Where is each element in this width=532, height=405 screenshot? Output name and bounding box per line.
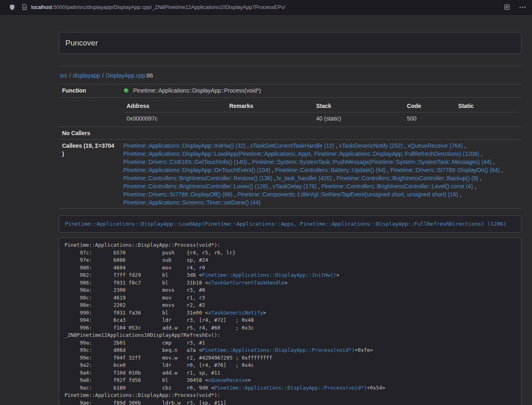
breadcrumb-line-number: :86 bbox=[145, 72, 153, 79]
no-callers-label: No Callers bbox=[59, 127, 120, 140]
stats-address-value: 0x0000097c bbox=[123, 112, 226, 125]
url-path: :5000/path/src/displayapp/DisplayApp.cpp… bbox=[52, 4, 285, 10]
stats-header-row: Address Remarks Stack Code Static bbox=[123, 100, 518, 112]
disassembly-pre: Pinetime::Applications::DisplayApp::Proc… bbox=[59, 237, 521, 405]
browser-chrome: localhost:5000/path/src/displayapp/Displ… bbox=[0, 0, 532, 15]
page-favicon-icon bbox=[22, 4, 27, 10]
callee-link[interactable]: Pinetime::Controllers::Battery::Update()… bbox=[275, 167, 386, 173]
callee-link[interactable]: xQueueReceive (764) bbox=[407, 142, 463, 149]
callee-link[interactable]: Pinetime::Controllers::BrightnessControl… bbox=[123, 183, 268, 190]
callee-link[interactable]: Pinetime::Applications::DisplayApp::Init… bbox=[123, 142, 246, 149]
callee-link[interactable]: vTaskDelay (176) bbox=[273, 183, 317, 190]
tracking-protection-shield-icon[interactable] bbox=[9, 4, 15, 11]
page-title: Puncover bbox=[65, 39, 98, 47]
stats-stack-value: 40 (static) bbox=[313, 112, 404, 125]
breadcrumb-link-displayapp[interactable]: displayapp bbox=[73, 72, 100, 79]
callees-row: Callees (19, Σ=3704 ) Pinetime::Applicat… bbox=[59, 140, 521, 209]
code-symbol-link[interactable]: xTaskGetCurrentTaskHandle bbox=[208, 280, 284, 286]
callee-link[interactable]: Pinetime::Applications::Screens::Timer::… bbox=[123, 199, 261, 206]
stats-cell: Address Remarks Stack Code Static 0x0000… bbox=[120, 98, 521, 127]
callee-link[interactable]: xTaskGenericNotify (252) bbox=[339, 142, 403, 149]
callees-label: Callees (19, Σ=3704 ) bbox=[59, 140, 120, 209]
stats-header-stack: Stack bbox=[313, 100, 404, 112]
callee-link[interactable]: xTaskGetCurrentTaskHandle (12) bbox=[250, 142, 334, 149]
stats-table: Address Remarks Stack Code Static 0x0000… bbox=[123, 100, 518, 125]
reader-view-icon[interactable] bbox=[504, 4, 510, 10]
page-actions-menu-icon[interactable]: ⋯ bbox=[519, 4, 526, 11]
code-symbol-link[interactable]: Pinetime::Applications::DisplayApp::Init… bbox=[202, 272, 336, 278]
stats-empty-label bbox=[59, 98, 120, 127]
callee-link[interactable]: lv_task_handler (420) bbox=[277, 175, 332, 181]
callee-link[interactable]: Pinetime::Controllers::BrightnessControl… bbox=[336, 175, 478, 181]
highlight-callee-link[interactable]: Pinetime::Applications::DisplayApp::Load… bbox=[65, 221, 506, 227]
no-callers-row: No Callers bbox=[59, 127, 521, 140]
stats-header-address: Address bbox=[123, 100, 226, 112]
stats-static-value bbox=[455, 112, 518, 125]
stats-row-wrapper: Address Remarks Stack Code Static 0x0000… bbox=[59, 98, 521, 127]
callee-link[interactable]: Pinetime::Controllers::BrightnessControl… bbox=[123, 175, 272, 181]
code-symbol-link[interactable]: Pinetime::Applications::DisplayApp::Proc… bbox=[202, 347, 355, 353]
function-symbol-icon bbox=[123, 87, 129, 95]
callee-link[interactable]: Pinetime::Applications::DisplayApp::OnTo… bbox=[123, 167, 270, 173]
url-domain: localhost bbox=[31, 4, 52, 10]
divider-line bbox=[59, 66, 521, 66]
breadcrumb-link-file[interactable]: DisplayApp.cpp bbox=[106, 72, 145, 79]
stats-header-code: Code bbox=[404, 100, 455, 112]
page-container: Puncover src/displayapp/DisplayApp.cpp:8… bbox=[59, 32, 521, 405]
stats-header-remarks: Remarks bbox=[226, 100, 313, 112]
breadcrumb: src/displayapp/DisplayApp.cpp:86 bbox=[60, 72, 521, 79]
function-label: Function bbox=[59, 84, 120, 98]
callee-link[interactable]: Pinetime::Controllers::BrightnessControl… bbox=[321, 183, 473, 190]
function-name: Pinetime::Applications::DisplayApp::Proc… bbox=[133, 87, 261, 94]
callee-link[interactable]: Pinetime::System::SystemTask::PushMessag… bbox=[252, 159, 492, 165]
callee-link[interactable]: Pinetime::Drivers::St7789::DisplayOff() … bbox=[123, 191, 233, 198]
callees-list: Pinetime::Applications::DisplayApp::Init… bbox=[120, 140, 521, 209]
callee-link[interactable]: Pinetime::Components::LittleVgl::SetNewT… bbox=[237, 191, 458, 198]
stats-header-static: Static bbox=[455, 100, 518, 112]
stats-remarks-value bbox=[226, 112, 313, 125]
callee-link[interactable]: Pinetime::Drivers::St7789::DisplayOn() (… bbox=[390, 167, 500, 173]
code-symbol-link[interactable]: Pinetime::Applications::DisplayApp::Proc… bbox=[214, 385, 367, 391]
function-table: Function Pinetime::Applications::Display… bbox=[59, 84, 521, 209]
stats-value-row: 0x0000097c 40 (static) 500 bbox=[123, 112, 518, 125]
breadcrumb-separator: / bbox=[100, 72, 106, 79]
callee-link[interactable]: Pinetime::Applications::DisplayApp::Load… bbox=[123, 151, 479, 157]
stats-code-value: 500 bbox=[404, 112, 455, 125]
breadcrumb-separator: / bbox=[67, 72, 73, 79]
function-row: Function Pinetime::Applications::Display… bbox=[59, 84, 521, 98]
url-bar[interactable]: localhost:5000/path/src/displayapp/Displ… bbox=[31, 4, 499, 10]
app-title-panel: Puncover bbox=[59, 32, 521, 54]
function-name-cell: Pinetime::Applications::DisplayApp::Proc… bbox=[120, 84, 521, 98]
code-symbol-link[interactable]: xQueueReceive bbox=[208, 377, 248, 383]
code-symbol-link[interactable]: xTaskGenericNotify bbox=[208, 310, 263, 316]
breadcrumb-link-src[interactable]: src bbox=[60, 72, 67, 79]
highlight-panel: Pinetime::Applications::DisplayApp::Load… bbox=[59, 215, 521, 233]
callee-link[interactable]: Pinetime::Drivers::Cst816S::GetTouchInfo… bbox=[123, 159, 247, 165]
